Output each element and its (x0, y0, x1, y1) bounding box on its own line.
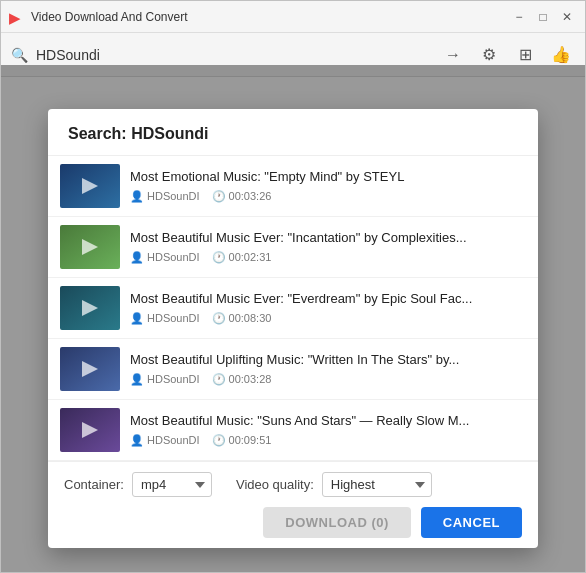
result-title: Most Emotional Music: "Empty Mind" by ST… (130, 169, 526, 186)
result-thumbnail (60, 225, 120, 269)
result-meta: 👤 HDSounDI🕐 00:03:28 (130, 373, 526, 386)
quality-group: Video quality: Highest1080p720p480p360p (236, 472, 432, 497)
result-duration: 🕐 00:02:31 (212, 251, 272, 264)
result-info: Most Beautiful Music Ever: "Everdream" b… (130, 291, 526, 325)
result-info: Most Beautiful Music Ever: "Incantation"… (130, 230, 526, 264)
clock-icon: 🕐 (212, 251, 226, 264)
app-window: ▶ Video Download And Convert − □ ✕ 🔍 → ⚙… (0, 0, 586, 573)
person-icon: 👤 (130, 190, 144, 203)
result-info: Most Beautiful Uplifting Music: "Written… (130, 352, 526, 386)
result-channel: 👤 HDSounDI (130, 434, 200, 447)
result-title: Most Beautiful Music: "Suns And Stars" —… (130, 413, 526, 430)
result-item[interactable]: Most Beautiful Music Ever: "Incantation"… (48, 217, 538, 278)
search-input[interactable] (36, 47, 431, 63)
cancel-button[interactable]: CANCEL (421, 507, 522, 538)
results-list: Most Emotional Music: "Empty Mind" by ST… (48, 156, 538, 461)
quality-label: Video quality: (236, 477, 314, 492)
close-button[interactable]: ✕ (557, 7, 577, 27)
container-select[interactable]: mp4mp3webmmkv (132, 472, 212, 497)
dialog-footer: Container: mp4mp3webmmkv Video quality: … (48, 461, 538, 548)
actions-row: DOWNLOAD (0) CANCEL (64, 507, 522, 538)
download-button[interactable]: DOWNLOAD (0) (263, 507, 411, 538)
result-thumbnail (60, 164, 120, 208)
result-thumbnail (60, 347, 120, 391)
result-title: Most Beautiful Music Ever: "Incantation"… (130, 230, 526, 247)
result-item[interactable]: Most Beautiful Music: "Suns And Stars" —… (48, 400, 538, 461)
search-dialog: Search: HDSoundi Most Emotional Music: "… (48, 109, 538, 548)
app-icon: ▶ (9, 9, 25, 25)
result-duration: 🕐 00:09:51 (212, 434, 272, 447)
result-channel: 👤 HDSounDI (130, 251, 200, 264)
container-group: Container: mp4mp3webmmkv (64, 472, 212, 497)
result-info: Most Emotional Music: "Empty Mind" by ST… (130, 169, 526, 203)
result-meta: 👤 HDSounDI🕐 00:09:51 (130, 434, 526, 447)
container-label: Container: (64, 477, 124, 492)
person-icon: 👤 (130, 373, 144, 386)
minimize-button[interactable]: − (509, 7, 529, 27)
window-controls: − □ ✕ (509, 7, 577, 27)
result-thumbnail (60, 286, 120, 330)
clock-icon: 🕐 (212, 190, 226, 203)
result-duration: 🕐 00:03:26 (212, 190, 272, 203)
result-title: Most Beautiful Uplifting Music: "Written… (130, 352, 526, 369)
result-item[interactable]: Most Beautiful Uplifting Music: "Written… (48, 339, 538, 400)
result-channel: 👤 HDSounDI (130, 373, 200, 386)
result-duration: 🕐 00:08:30 (212, 312, 272, 325)
app-title: Video Download And Convert (31, 10, 509, 24)
result-item[interactable]: Most Emotional Music: "Empty Mind" by ST… (48, 156, 538, 217)
result-item[interactable]: Most Beautiful Music Ever: "Everdream" b… (48, 278, 538, 339)
options-row: Container: mp4mp3webmmkv Video quality: … (64, 472, 522, 497)
result-meta: 👤 HDSounDI🕐 00:03:26 (130, 190, 526, 203)
person-icon: 👤 (130, 251, 144, 264)
person-icon: 👤 (130, 434, 144, 447)
dialog-title: Search: HDSoundi (48, 109, 538, 156)
result-title: Most Beautiful Music Ever: "Everdream" b… (130, 291, 526, 308)
result-duration: 🕐 00:03:28 (212, 373, 272, 386)
result-channel: 👤 HDSounDI (130, 190, 200, 203)
search-icon: 🔍 (11, 47, 28, 63)
clock-icon: 🕐 (212, 373, 226, 386)
window-body: 🔍 → ⚙ ⊞ 👍 Search: HDSoundi Most Emotiona… (1, 33, 585, 572)
result-channel: 👤 HDSounDI (130, 312, 200, 325)
clock-icon: 🕐 (212, 434, 226, 447)
person-icon: 👤 (130, 312, 144, 325)
title-bar: ▶ Video Download And Convert − □ ✕ (1, 1, 585, 33)
result-meta: 👤 HDSounDI🕐 00:08:30 (130, 312, 526, 325)
quality-select[interactable]: Highest1080p720p480p360p (322, 472, 432, 497)
result-thumbnail (60, 408, 120, 452)
result-info: Most Beautiful Music: "Suns And Stars" —… (130, 413, 526, 447)
maximize-button[interactable]: □ (533, 7, 553, 27)
modal-overlay: Search: HDSoundi Most Emotional Music: "… (1, 65, 585, 572)
result-meta: 👤 HDSounDI🕐 00:02:31 (130, 251, 526, 264)
clock-icon: 🕐 (212, 312, 226, 325)
